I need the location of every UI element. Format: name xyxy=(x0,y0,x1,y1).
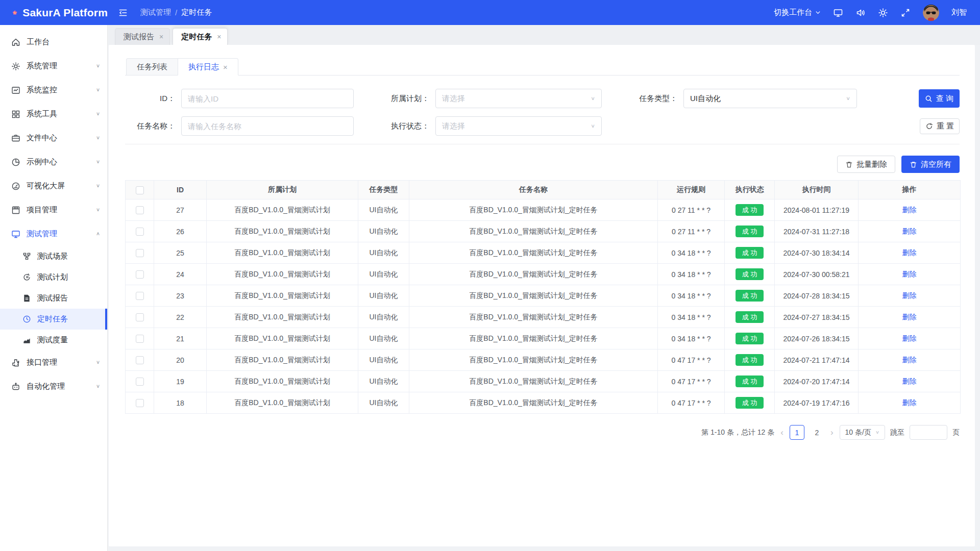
row-checkbox[interactable] xyxy=(136,270,144,279)
sidebar-item-example-center[interactable]: 示例中心 ∨ xyxy=(0,150,107,174)
sidebar-item-api-management[interactable]: 接口管理 ∨ xyxy=(0,350,107,374)
workspace-switch[interactable]: 切换工作台 xyxy=(774,8,821,17)
inner-tab-task-list[interactable]: 任务列表 xyxy=(126,58,178,76)
inner-tab-execution-log[interactable]: 执行日志 × xyxy=(178,58,238,76)
next-page-icon[interactable]: › xyxy=(829,428,835,437)
username[interactable]: 刘智 xyxy=(951,8,967,17)
column-type: 任务类型 xyxy=(358,181,409,199)
sidebar-item-test-scene[interactable]: 测试场景 xyxy=(0,246,107,267)
sidebar-item-system-monitor[interactable]: 系统监控 ∨ xyxy=(0,78,107,102)
cell-name: 百度BD_V1.0.0_冒烟测试计划_定时任务 xyxy=(409,371,658,392)
chevron-down-icon: ∨ xyxy=(96,360,100,365)
settings-gear-icon[interactable] xyxy=(878,8,888,18)
cell-type: UI自动化 xyxy=(358,199,409,221)
prev-page-icon[interactable]: ‹ xyxy=(779,428,785,437)
cell-rule: 0 47 17 * * ? xyxy=(658,371,725,392)
sidebar-item-test-management[interactable]: 测试管理 ∧ xyxy=(0,222,107,246)
chevron-down-icon: ∨ xyxy=(96,384,100,389)
status-select[interactable]: 请选择 ∨ xyxy=(435,116,602,136)
row-checkbox[interactable] xyxy=(136,206,144,214)
cell-rule: 0 27 11 * * ? xyxy=(658,199,725,221)
id-input[interactable] xyxy=(181,89,354,108)
reset-button[interactable]: 重 置 xyxy=(920,118,960,134)
jump-page-input[interactable] xyxy=(910,425,947,440)
delete-link[interactable]: 删除 xyxy=(902,248,917,257)
user-avatar[interactable] xyxy=(923,5,939,21)
breadcrumb-parent[interactable]: 测试管理 xyxy=(140,8,171,17)
cell-type: UI自动化 xyxy=(358,349,409,371)
volume-icon[interactable] xyxy=(855,8,866,18)
sidebar-item-test-report[interactable]: 测试报告 xyxy=(0,288,107,309)
row-checkbox[interactable] xyxy=(136,313,144,321)
cell-status: 成 功 xyxy=(725,242,775,264)
grid-icon xyxy=(11,110,20,119)
sidebar-collapse-icon[interactable] xyxy=(118,8,128,18)
id-label: ID： xyxy=(125,94,181,104)
delete-link[interactable]: 删除 xyxy=(902,313,917,321)
fullscreen-icon[interactable] xyxy=(900,8,911,18)
page-1-button[interactable]: 1 xyxy=(790,425,804,440)
sidebar-item-system-tools[interactable]: 系统工具 ∨ xyxy=(0,102,107,126)
cell-status: 成 功 xyxy=(725,328,775,349)
row-checkbox[interactable] xyxy=(136,228,144,236)
type-select[interactable]: UI自动化 ∨ xyxy=(683,89,857,108)
sidebar-item-workbench[interactable]: 工作台 xyxy=(0,30,107,54)
delete-link[interactable]: 删除 xyxy=(902,227,917,235)
cell-status: 成 功 xyxy=(725,307,775,328)
sidebar-item-system-management[interactable]: 系统管理 ∨ xyxy=(0,54,107,78)
plan-select[interactable]: 请选择 ∨ xyxy=(435,89,602,108)
type-label: 任务类型： xyxy=(627,94,683,104)
sidebar-item-visual-dashboard[interactable]: 可视化大屏 ∨ xyxy=(0,174,107,198)
tab-test-report[interactable]: 测试报告 × xyxy=(115,28,170,45)
sidebar-item-scheduled-task[interactable]: 定时任务 xyxy=(0,309,107,330)
status-badge: 成 功 xyxy=(736,268,764,280)
delete-link[interactable]: 删除 xyxy=(902,291,917,299)
delete-link[interactable]: 删除 xyxy=(902,356,917,364)
sidebar-item-automation-management[interactable]: 自动化管理 ∨ xyxy=(0,374,107,398)
log-table: ID 所属计划 任务类型 任务名称 运行规则 执行状态 执行时间 操作 xyxy=(125,180,961,414)
row-checkbox[interactable] xyxy=(136,399,144,407)
batch-delete-button[interactable]: 批量删除 xyxy=(837,156,895,173)
tab-scheduled-task[interactable]: 定时任务 × xyxy=(173,28,228,45)
close-icon[interactable]: × xyxy=(159,33,163,41)
pie-chart-icon xyxy=(11,158,20,167)
row-checkbox[interactable] xyxy=(136,378,144,386)
name-input[interactable] xyxy=(181,116,354,136)
chevron-down-icon: ∨ xyxy=(591,123,595,129)
sidebar-item-test-metrics[interactable]: 测试度量 xyxy=(0,330,107,350)
close-icon[interactable]: × xyxy=(217,33,221,41)
table-row: 26 百度BD_V1.0.0_冒烟测试计划 UI自动化 百度BD_V1.0.0_… xyxy=(126,221,961,242)
delete-link[interactable]: 删除 xyxy=(902,206,917,214)
cell-time: 2024-07-28 18:34:15 xyxy=(775,285,859,307)
page-size-select[interactable]: 10 条/页 ∨ xyxy=(840,425,885,440)
sidebar-item-test-plan[interactable]: 测试计划 xyxy=(0,267,107,288)
chevron-down-icon: ∨ xyxy=(96,87,100,93)
cell-type: UI自动化 xyxy=(358,285,409,307)
cell-type: UI自动化 xyxy=(358,221,409,242)
table-row: 18 百度BD_V1.0.0_冒烟测试计划 UI自动化 百度BD_V1.0.0_… xyxy=(126,392,961,414)
delete-link[interactable]: 删除 xyxy=(902,377,917,385)
page-2-button[interactable]: 2 xyxy=(810,425,824,440)
delete-link[interactable]: 删除 xyxy=(902,334,917,342)
cell-type: UI自动化 xyxy=(358,328,409,349)
briefcase-icon xyxy=(11,134,20,143)
sidebar-item-project-management[interactable]: 项目管理 ∨ xyxy=(0,198,107,222)
row-checkbox[interactable] xyxy=(136,292,144,300)
delete-link[interactable]: 删除 xyxy=(902,398,917,407)
cell-plan: 百度BD_V1.0.0_冒烟测试计划 xyxy=(207,392,358,414)
monitor-icon[interactable] xyxy=(833,8,843,18)
row-checkbox[interactable] xyxy=(136,356,144,364)
close-icon[interactable]: × xyxy=(223,63,228,71)
select-all-checkbox[interactable] xyxy=(136,186,144,194)
page-unit-label: 页 xyxy=(952,428,960,437)
cell-action: 删除 xyxy=(859,349,961,371)
sidebar: 工作台 系统管理 ∨ 系统监控 ∨ 系统工具 ∨ 文件中心 ∨ 示例中心 ∨ xyxy=(0,25,108,551)
row-checkbox[interactable] xyxy=(136,249,144,257)
sidebar-item-file-center[interactable]: 文件中心 ∨ xyxy=(0,126,107,150)
top-bar: SakurA Platform 测试管理 / 定时任务 切换工作台 xyxy=(0,0,980,25)
clear-all-button[interactable]: 清空所有 xyxy=(901,156,960,173)
row-checkbox[interactable] xyxy=(136,335,144,343)
cell-checkbox xyxy=(126,349,154,371)
search-button[interactable]: 查 询 xyxy=(919,89,960,108)
delete-link[interactable]: 删除 xyxy=(902,270,917,278)
